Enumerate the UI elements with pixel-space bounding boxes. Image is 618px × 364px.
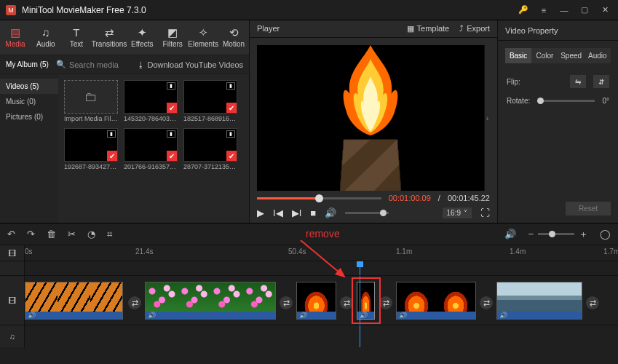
rotate-slider[interactable] (537, 100, 595, 102)
zoom-in-button[interactable]: ＋ (579, 228, 588, 241)
video-badge-icon: ▮ (167, 130, 175, 138)
video-track-head[interactable]: 🎞 (0, 276, 25, 325)
flip-label: Flip: (507, 78, 520, 86)
transition-button[interactable]: ⇄ (480, 296, 493, 309)
tab-filters[interactable]: ◩Filters (157, 20, 188, 55)
ruler[interactable]: 0s 21.4s 50.4s 1.1m 1.4m 1.7m (25, 245, 618, 261)
volume-icon[interactable]: 🔊 (325, 207, 336, 218)
crop-button[interactable]: ⌗ (107, 229, 112, 240)
next-button[interactable]: ▶I (292, 207, 302, 218)
clip-fire-2[interactable]: 🔊 (396, 282, 476, 320)
transition-button[interactable]: ⇄ (586, 296, 599, 309)
music-track[interactable] (25, 325, 618, 347)
playhead[interactable] (360, 325, 360, 347)
time-duration: 00:01:45.22 (448, 194, 490, 202)
player-title: Player (257, 24, 397, 33)
transition-button[interactable]: ⇄ (379, 296, 392, 309)
playhead[interactable] (360, 276, 360, 325)
stop-button[interactable]: ■ (310, 207, 316, 218)
music-track-head[interactable]: ♫ (0, 325, 25, 347)
download-label: Download YouTube Videos (148, 60, 244, 69)
template-icon: ▦ (407, 24, 414, 33)
transition-button[interactable]: ⇄ (280, 296, 293, 309)
minimize-icon[interactable]: — (557, 3, 571, 17)
transition-button[interactable]: ⇄ (340, 296, 353, 309)
aspect-value: 16:9 (447, 209, 461, 217)
clip-fire-1[interactable]: 🔊 (296, 282, 336, 320)
fullscreen-button[interactable]: ⛶ (480, 207, 490, 218)
prop-tab-basic[interactable]: Basic (505, 48, 531, 63)
timeline-view-icon[interactable]: 🎞 (0, 245, 25, 261)
media-thumb[interactable]: ▮✔ 182517-868916307... (183, 80, 237, 122)
media-thumb[interactable]: ▮✔ 192687-893427276... (64, 128, 118, 170)
cat-videos[interactable]: Videos (5) (0, 79, 58, 94)
speaker-icon: 🔊 (360, 312, 368, 319)
thumb-label: 145320-786403437... (124, 115, 178, 122)
tab-text[interactable]: TText (61, 20, 92, 55)
folder-icon: 🗀 (64, 80, 118, 114)
template-button[interactable]: ▦Template (407, 24, 450, 33)
prop-tab-speed[interactable]: Speed (558, 48, 585, 63)
tab-motion-label: Motion (223, 40, 245, 48)
volume-slider[interactable] (345, 212, 389, 214)
media-thumb[interactable]: ▮✔ 145320-786403437... (124, 80, 178, 122)
maximize-icon[interactable]: ▢ (577, 3, 592, 17)
progress-slider[interactable] (257, 197, 381, 199)
flip-horizontal-button[interactable]: ⇋ (570, 75, 586, 88)
zoom-fit-button[interactable]: ◯ (600, 229, 611, 240)
speed-button[interactable]: ◔ (87, 229, 95, 240)
flip-vertical-button[interactable]: ⇵ (593, 75, 609, 88)
menu-icon[interactable]: ≡ (536, 3, 551, 17)
export-button[interactable]: ⤴Export (459, 24, 490, 33)
close-icon[interactable]: ✕ (598, 3, 612, 17)
prop-tab-color[interactable]: Color (531, 48, 558, 63)
redo-button[interactable]: ↷ (27, 229, 35, 240)
play-button[interactable]: ▶ (257, 207, 264, 218)
prop-tab-audio[interactable]: Audio (585, 48, 611, 63)
album-label[interactable]: My Album (5) (6, 60, 49, 68)
search-input[interactable]: 🔍Search media (56, 60, 130, 69)
media-thumb[interactable]: ▮✔ 201766-916357972... (124, 128, 178, 170)
tl-volume-icon[interactable]: 🔊 (504, 229, 516, 240)
reset-button[interactable]: Reset (566, 202, 611, 215)
clip-ocean[interactable]: 🔊 (496, 282, 582, 320)
upgrade-icon[interactable]: 🔑 (516, 3, 531, 17)
download-youtube-button[interactable]: ⭳Download YouTube Videos (137, 60, 244, 69)
text-track-head[interactable] (0, 261, 25, 275)
cat-pictures[interactable]: Pictures (0) (0, 109, 58, 124)
split-button[interactable]: ✂ (68, 229, 76, 240)
zoom-slider[interactable] (538, 233, 574, 235)
thumb-label: 182517-868916307... (183, 115, 237, 122)
tab-transitions[interactable]: ⇄Transitions (92, 20, 127, 55)
media-thumb[interactable]: ▮✔ 28707-371213524_t... (183, 128, 237, 170)
download-icon: ⭳ (137, 60, 145, 69)
zoom-out-button[interactable]: − (528, 229, 534, 240)
tab-audio[interactable]: ♫Audio (31, 20, 61, 55)
prev-button[interactable]: I◀ (273, 207, 283, 218)
video-preview[interactable] (257, 45, 484, 191)
rotate-value: 0° (602, 97, 609, 105)
video-badge-icon: ▮ (167, 82, 175, 90)
tab-media[interactable]: ▤Media (0, 20, 31, 55)
clip-tiger[interactable]: 🔊 (25, 282, 123, 320)
import-media-button[interactable]: 🗀 Import Media Files (64, 80, 118, 122)
undo-button[interactable]: ↶ (7, 229, 15, 240)
cat-music[interactable]: Music (0) (0, 94, 58, 109)
player-panel: Player ▦Template ⤴Export › 00:01:00.09 /… (249, 20, 498, 223)
aspect-select[interactable]: 16:9˅ (443, 207, 472, 218)
thumb-label: 192687-893427276... (64, 163, 118, 170)
audio-icon: ♫ (41, 27, 49, 38)
tab-motion[interactable]: ⟲Motion (218, 20, 249, 55)
tab-effects-label: Effects (131, 40, 153, 48)
transition-button[interactable]: ⇄ (128, 296, 141, 309)
delete-button[interactable]: 🗑 (47, 229, 56, 240)
rotate-label: Rotate: (507, 97, 530, 105)
video-track[interactable]: 🔊 ⇄ 🔊 ⇄ 🔊 ⇄ 🔊 ⇄ 🔊 ⇄ (25, 276, 618, 325)
playhead[interactable] (360, 261, 360, 275)
tab-effects[interactable]: ✦Effects (127, 20, 157, 55)
clip-flowers[interactable]: 🔊 (145, 282, 276, 320)
tab-elements[interactable]: ✧Elements (188, 20, 218, 55)
speaker-icon: 🔊 (399, 312, 407, 319)
video-badge-icon: ▮ (107, 130, 116, 138)
panel-collapse-handle[interactable]: › (484, 45, 490, 191)
